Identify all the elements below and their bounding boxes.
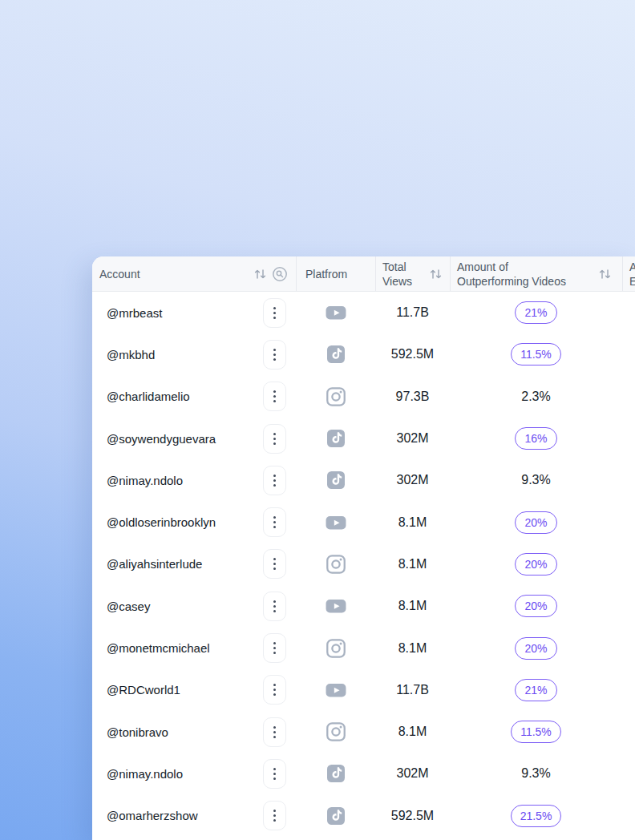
outperforming-value: 21.5% <box>511 805 562 827</box>
total-views-value: 302M <box>396 766 428 780</box>
account-handle: @mkbhd <box>107 348 155 361</box>
account-handle: @tonibravo <box>107 725 168 739</box>
column-header-platform[interactable]: Platfrom <box>296 256 375 291</box>
sort-icon[interactable] <box>253 269 267 280</box>
kebab-icon <box>273 349 276 361</box>
total-views-value: 8.1M <box>398 641 427 655</box>
total-views-value: 592.5M <box>391 347 434 361</box>
youtube-icon <box>326 512 346 533</box>
kebab-icon <box>273 768 276 780</box>
row-menu-button[interactable] <box>263 633 286 663</box>
column-header-clipped[interactable]: A E <box>622 256 635 291</box>
youtube-icon <box>326 680 346 701</box>
tiktok-icon <box>326 429 346 448</box>
total-views-value: 302M <box>396 473 428 487</box>
outperforming-value: 20% <box>515 553 556 575</box>
account-handle: @nimay.ndolo <box>107 767 183 781</box>
total-views-value: 97.3B <box>396 390 430 403</box>
kebab-icon <box>273 642 276 654</box>
account-handle: @monetmcmichael <box>107 641 210 655</box>
kebab-icon <box>273 390 276 402</box>
row-menu-button[interactable] <box>263 340 286 370</box>
table-body: @mrbeast <box>92 292 635 837</box>
row-menu-button[interactable] <box>263 717 286 747</box>
row-menu-button[interactable] <box>263 298 286 328</box>
outperforming-value: 20% <box>515 637 556 660</box>
table-row: @mkbhd <box>92 333 635 375</box>
table-header-row: Account Platfrom <box>92 256 635 292</box>
table-row: @charlidamelio <box>92 376 635 418</box>
outperforming-value: 20% <box>515 511 556 534</box>
account-handle: @omarherzshow <box>107 809 198 822</box>
column-label-outperforming-line2: Outperforming Videos <box>457 274 566 289</box>
outperforming-value: 2.3% <box>521 390 550 404</box>
instagram-icon <box>326 721 346 742</box>
account-handle: @RDCworld1 <box>107 683 180 697</box>
table-row: @nimay.ndolo <box>92 753 635 794</box>
sort-icon[interactable] <box>429 269 443 280</box>
table-row: @oldloserinbrooklyn <box>92 501 635 543</box>
instagram-icon <box>326 386 346 407</box>
table-row: @tonibravo <box>92 711 635 753</box>
total-views-value: 11.7B <box>396 683 429 697</box>
column-header-total-views[interactable]: Total Views <box>375 256 450 291</box>
row-menu-button[interactable] <box>263 592 286 621</box>
instagram-icon <box>326 638 346 659</box>
tiktok-icon <box>326 806 346 826</box>
youtube-icon <box>326 302 346 323</box>
table-row: @nimay.ndolo <box>92 459 635 501</box>
outperforming-value: 9.3% <box>521 766 550 781</box>
table-row: @RDCworld1 <box>92 669 635 711</box>
column-label-clipped-line1: A <box>629 260 635 274</box>
row-menu-button[interactable] <box>263 675 286 705</box>
tiktok-icon <box>326 345 346 364</box>
kebab-icon <box>273 600 276 612</box>
total-views-value: 8.1M <box>398 515 427 529</box>
column-header-account[interactable]: Account <box>92 256 296 291</box>
kebab-icon <box>273 307 276 319</box>
table-row: @mrbeast <box>92 292 635 333</box>
outperforming-value: 21% <box>515 679 556 701</box>
kebab-icon <box>273 475 276 487</box>
youtube-icon <box>326 596 346 616</box>
kebab-icon <box>273 810 276 822</box>
account-handle: @casey <box>107 600 150 613</box>
kebab-icon <box>273 516 276 528</box>
kebab-icon <box>273 684 276 696</box>
row-menu-button[interactable] <box>263 507 286 537</box>
kebab-icon <box>273 726 276 738</box>
row-menu-button[interactable] <box>263 466 286 495</box>
outperforming-value: 20% <box>515 595 556 617</box>
column-label-total-views-line1: Total <box>382 260 412 274</box>
table-row: @monetmcmichael <box>92 627 635 668</box>
outperforming-value: 9.3% <box>521 473 550 487</box>
total-views-value: 11.7B <box>396 305 429 319</box>
table-row: @soywendyguevara <box>92 418 635 459</box>
account-handle: @mrbeast <box>107 306 162 320</box>
outperforming-value: 21% <box>515 301 556 324</box>
tiktok-icon <box>326 764 346 783</box>
column-label-platform: Platfrom <box>305 268 347 281</box>
row-menu-button[interactable] <box>263 424 286 454</box>
column-label-outperforming-line1: Amount of <box>457 260 566 274</box>
outperforming-value: 11.5% <box>511 721 561 743</box>
account-handle: @oldloserinbrooklyn <box>107 515 216 529</box>
column-label-total-views-line2: Views <box>382 274 412 289</box>
account-handle: @aliyahsinterlude <box>107 557 202 571</box>
outperforming-value: 11.5% <box>511 343 561 365</box>
sort-icon[interactable] <box>598 269 612 280</box>
tiktok-icon <box>326 470 346 490</box>
row-menu-button[interactable] <box>263 801 286 830</box>
row-menu-button[interactable] <box>263 759 286 789</box>
row-menu-button[interactable] <box>263 382 286 411</box>
row-menu-button[interactable] <box>263 549 286 579</box>
kebab-icon <box>273 558 276 570</box>
column-label-clipped-line2: E <box>629 274 635 289</box>
account-handle: @soywendyguevara <box>107 432 216 446</box>
column-header-outperforming[interactable]: Amount of Outperforming Videos <box>450 256 622 291</box>
table-row: @casey <box>92 585 635 627</box>
table-row: @aliyahsinterlude <box>92 543 635 585</box>
total-views-value: 8.1M <box>398 725 427 738</box>
search-in-circle-icon[interactable] <box>272 266 288 282</box>
total-views-value: 8.1M <box>398 557 427 571</box>
